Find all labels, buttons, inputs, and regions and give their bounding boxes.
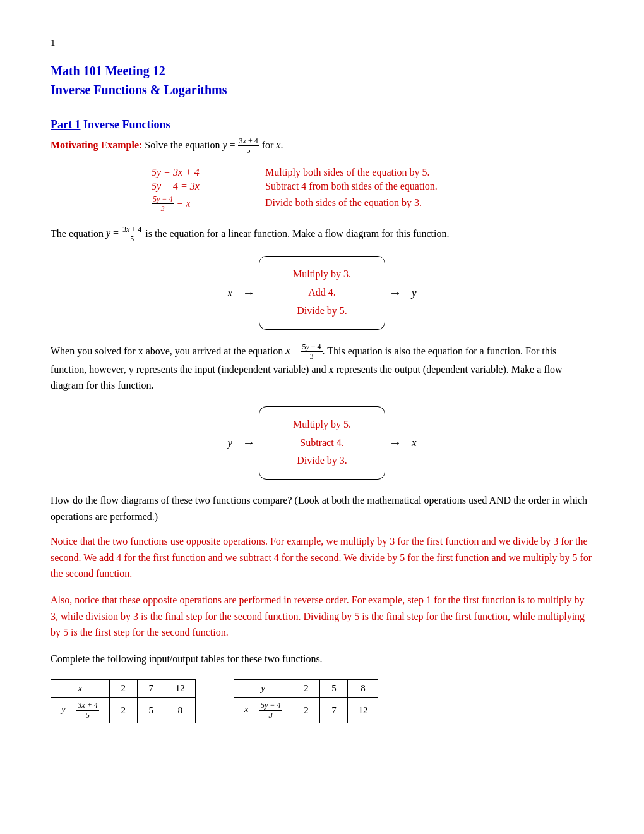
- flow2-eq-inline: x = 5y − 43: [285, 345, 322, 356]
- title-line2: Inverse Functions & Logarithms: [51, 80, 593, 99]
- motivating-for: for x.: [262, 140, 283, 150]
- flow2-intro: When you solved for x above, you arrived…: [51, 345, 285, 356]
- table-1: x 2 7 12 y = 3x + 45 2 5 8: [51, 679, 196, 723]
- table2-col4-header: 8: [348, 680, 378, 698]
- flow2-arrow-right: →: [389, 435, 402, 450]
- flow1-output: y: [412, 287, 417, 299]
- main-title: Math 101 Meeting 12 Inverse Functions & …: [51, 61, 593, 99]
- flow1-intro-text: The equation y = 3x + 45 is the equation…: [51, 225, 593, 244]
- flow1-arrow-right: →: [389, 286, 402, 300]
- flow1-arrow-left: →: [242, 286, 255, 300]
- table1-row2-col3: 5: [137, 698, 165, 723]
- table2-col3-header: 5: [320, 680, 348, 698]
- flow-diagram-1: x → Multiply by 3. Add 4. Divide by 5. →…: [51, 256, 593, 329]
- eq-right-3: Divide both sides of the equation by 3.: [265, 197, 422, 208]
- notice-paragraph-2: Also, notice that these opposite operati…: [51, 592, 593, 641]
- table2-col1-header: y: [234, 680, 292, 698]
- motivating-text: Solve the equation: [145, 140, 222, 150]
- flow2-box: Multiply by 5. Subtract 4. Divide by 3.: [259, 406, 385, 480]
- flow-intro2: is the equation for a linear function. M…: [143, 227, 449, 238]
- table1-header-row: x 2 7 12: [51, 680, 196, 698]
- notice-paragraph-1: Notice that the two functions use opposi…: [51, 533, 593, 582]
- complete-tables-text: Complete the following input/output tabl…: [51, 651, 593, 667]
- part1-header: Part 1 Inverse Functions: [51, 118, 593, 131]
- table2-data-row: x = 5y − 43 2 7 12: [234, 698, 378, 723]
- table2-row2-col2: 2: [292, 698, 320, 723]
- table1-row2-col4: 8: [165, 698, 195, 723]
- flow1-input: x: [227, 287, 232, 299]
- table-2: y 2 5 8 x = 5y − 43 2 7 12: [234, 679, 379, 723]
- title-line1: Math 101 Meeting 12: [51, 61, 593, 80]
- table2-row2-header: x = 5y − 43: [234, 698, 292, 723]
- eq-left-3: 5y − 43 = x: [152, 195, 240, 214]
- motivating-label: Motivating Example:: [51, 140, 142, 150]
- part1-title-rest: Inverse Functions: [80, 118, 170, 131]
- eq-row-3: 5y − 43 = x Divide both sides of the equ…: [152, 195, 593, 214]
- table1-data-row: y = 3x + 45 2 5 8: [51, 698, 196, 723]
- table1-row2-header: y = 3x + 45: [51, 698, 110, 723]
- table1-col2-header: 2: [109, 680, 137, 698]
- flow2-output: x: [412, 437, 417, 449]
- motivating-eq-inline: y = 3x + 45: [222, 140, 261, 150]
- part1-link[interactable]: Part 1: [51, 118, 80, 131]
- table2-header-row: y 2 5 8: [234, 680, 378, 698]
- flow1-box: Multiply by 3. Add 4. Divide by 5.: [259, 256, 385, 329]
- flow2-input: y: [227, 437, 232, 449]
- compare-question: How do the flow diagrams of these two fu…: [51, 492, 593, 524]
- flow-intro: The equation: [51, 227, 106, 238]
- table1-col1-header: x: [51, 680, 110, 698]
- tables-section: x 2 7 12 y = 3x + 45 2 5 8 y 2 5 8 x = 5…: [51, 679, 593, 723]
- table2-row2-col4: 12: [348, 698, 378, 723]
- flow2-intro-text: When you solved for x above, you arrived…: [51, 342, 593, 394]
- table2-row2-col3: 7: [320, 698, 348, 723]
- eq-row-2: 5y − 4 = 3x Subtract 4 from both sides o…: [152, 181, 593, 192]
- flow2-step1: Multiply by 5.: [285, 416, 359, 434]
- page-number: 1: [51, 38, 593, 49]
- equation-steps: 5y = 3x + 4 Multiply both sides of the e…: [152, 167, 593, 214]
- table1-row2-col2: 2: [109, 698, 137, 723]
- flow1-step2: Add 4.: [285, 284, 359, 302]
- flow1-step3: Divide by 5.: [285, 302, 359, 320]
- eq-right-1: Multiply both sides of the equation by 5…: [265, 167, 429, 178]
- flow2-step2: Subtract 4.: [285, 434, 359, 452]
- table1-col4-header: 12: [165, 680, 195, 698]
- flow1-step1: Multiply by 3.: [285, 265, 359, 284]
- flow2-step3: Divide by 3.: [285, 452, 359, 470]
- flow-diagram-2: y → Multiply by 5. Subtract 4. Divide by…: [51, 406, 593, 480]
- table2-col2-header: 2: [292, 680, 320, 698]
- eq-left-2: 5y − 4 = 3x: [152, 181, 240, 192]
- motivating-example-line: Motivating Example: Solve the equation y…: [51, 136, 593, 155]
- eq-right-2: Subtract 4 from both sides of the equati…: [265, 181, 438, 192]
- eq-row-1: 5y = 3x + 4 Multiply both sides of the e…: [152, 167, 593, 178]
- eq-left-1: 5y = 3x + 4: [152, 167, 240, 178]
- flow-eq-inline: y = 3x + 45: [106, 227, 143, 238]
- flow2-arrow-left: →: [242, 435, 255, 450]
- table1-col3-header: 7: [137, 680, 165, 698]
